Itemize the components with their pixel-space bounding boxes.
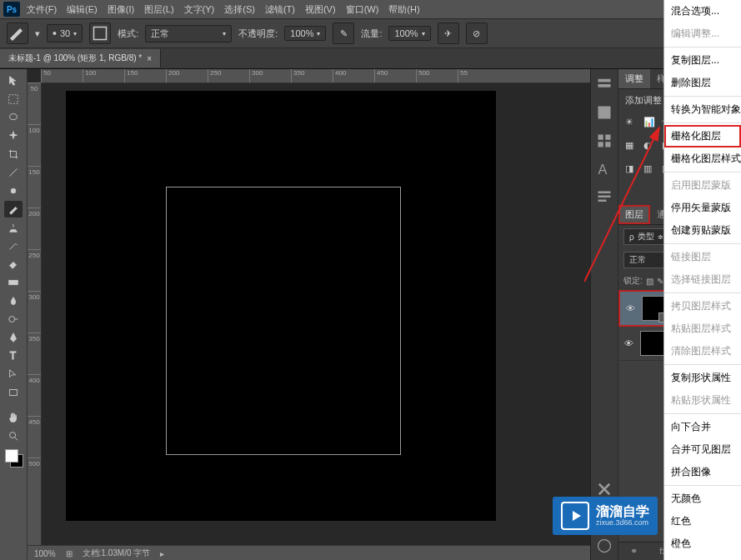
tab-adjustments[interactable]: 调整: [618, 69, 650, 88]
blur-tool[interactable]: [4, 292, 23, 309]
zoom-tool[interactable]: [4, 428, 23, 444]
document-tab-bar: 未标题-1 @ 100% (矩形 1, RGB/8) * ×: [0, 48, 741, 69]
mode-label: 模式:: [118, 28, 138, 40]
visibility-toggle-icon[interactable]: 👁: [623, 303, 637, 313]
rectangle-shape[interactable]: [166, 187, 401, 455]
eyedropper-tool[interactable]: [4, 164, 23, 181]
nav-icon[interactable]: ⊞: [66, 549, 73, 558]
brush-size-dropdown[interactable]: • 30 ▾: [47, 24, 83, 42]
brightness-icon[interactable]: ☀: [625, 117, 638, 130]
svg-text:T: T: [10, 350, 17, 362]
chevron-down-icon[interactable]: ▾: [35, 28, 40, 39]
magic-wand-tool[interactable]: [4, 128, 23, 144]
document-tab[interactable]: 未标题-1 @ 100% (矩形 1, RGB/8) * ×: [0, 49, 161, 68]
paragraph-panel-icon[interactable]: [596, 189, 613, 206]
pen-tool[interactable]: [4, 329, 23, 346]
hue-icon[interactable]: ▦: [625, 140, 638, 153]
swatches-panel-icon[interactable]: [596, 132, 613, 149]
cm-copy-shape-attrs[interactable]: 复制形状属性: [664, 367, 741, 389]
zoom-level[interactable]: 100%: [34, 549, 56, 558]
menu-layer[interactable]: 图层(L): [144, 3, 173, 16]
link-layers-icon[interactable]: ⚭: [630, 546, 642, 558]
svg-rect-4: [9, 280, 18, 284]
gradient-tool[interactable]: [4, 274, 23, 291]
cm-red[interactable]: 红色: [664, 510, 741, 532]
cm-convert-smart-object[interactable]: 转换为智能对象: [664, 98, 741, 121]
layer-thumbnail[interactable]: [640, 331, 665, 356]
hand-tool[interactable]: [4, 409, 23, 426]
visibility-toggle-icon[interactable]: 👁: [622, 338, 635, 348]
options-bar: ▾ • 30 ▾ 模式: 正常▾ 不透明度: 100%▾ ✎ 流量: 100%▾…: [0, 19, 741, 48]
document-canvas[interactable]: [66, 91, 496, 521]
lock-transparency-icon[interactable]: ▨: [646, 277, 653, 286]
cm-create-clipping-mask[interactable]: 创建剪贴蒙版: [664, 219, 741, 242]
opacity-dropdown[interactable]: 100%▾: [284, 26, 326, 41]
cm-rasterize-style[interactable]: 栅格化图层样式: [664, 148, 741, 170]
svg-rect-1: [9, 95, 18, 104]
menu-edit[interactable]: 编辑(E): [67, 3, 98, 16]
cm-flatten[interactable]: 拼合图像: [664, 461, 741, 483]
rectangle-tool[interactable]: [4, 384, 23, 401]
cm-orange[interactable]: 橙色: [664, 532, 741, 555]
opacity-label: 不透明度:: [238, 28, 278, 40]
menu-file[interactable]: 文件(F): [27, 3, 57, 16]
character-panel-icon[interactable]: A: [596, 161, 613, 178]
flow-dropdown[interactable]: 100%▾: [388, 26, 430, 41]
history-brush-tool[interactable]: [4, 238, 23, 254]
svg-point-2: [10, 114, 18, 120]
crop-tool[interactable]: [4, 146, 23, 162]
brush-tool[interactable]: [4, 201, 23, 218]
blend-mode-dropdown[interactable]: 正常▾: [145, 25, 232, 42]
cm-merge-visible[interactable]: 合并可见图层: [664, 438, 741, 461]
invert-icon[interactable]: ◨: [625, 163, 638, 177]
pressure-size-icon[interactable]: ⊘: [466, 22, 488, 44]
path-selection-tool[interactable]: [4, 366, 23, 382]
cm-purple[interactable]: 紫色: [664, 555, 741, 560]
pressure-opacity-icon[interactable]: ✎: [333, 22, 354, 44]
posterize-icon[interactable]: ▥: [643, 163, 657, 177]
menu-select[interactable]: 选择(S): [224, 3, 255, 16]
ruler-horizontal: 5010015020025030035040045050055: [41, 69, 590, 83]
cm-delete-layer[interactable]: 删除图层: [664, 72, 741, 94]
lock-pixels-icon[interactable]: ✎: [657, 277, 663, 286]
doc-info[interactable]: 文档:1.03M/0 字节: [83, 548, 151, 559]
cm-blending-options[interactable]: 混合选项...: [664, 0, 741, 22]
ruler-vertical: 50100150200250300350400450500: [28, 82, 42, 548]
type-tool[interactable]: T: [4, 348, 23, 364]
menubar: Ps 文件(F) 编辑(E) 图像(I) 图层(L) 文字(Y) 选择(S) 滤…: [0, 0, 741, 19]
menu-view[interactable]: 视图(V): [305, 3, 336, 16]
svg-rect-13: [605, 135, 610, 140]
levels-icon[interactable]: 📊: [643, 117, 657, 130]
cm-duplicate-layer[interactable]: 复制图层...: [664, 49, 741, 72]
menu-help[interactable]: 帮助(H): [388, 3, 419, 16]
balance-icon[interactable]: ◐: [643, 140, 657, 153]
marquee-tool[interactable]: [4, 91, 23, 108]
layer-filter-dropdown[interactable]: ρ 类型 ≑: [623, 228, 669, 245]
dodge-tool[interactable]: [4, 311, 23, 328]
cm-rasterize-layer[interactable]: 栅格化图层: [664, 125, 741, 148]
brush-panel-toggle-icon[interactable]: [89, 22, 111, 44]
current-tool-icon[interactable]: [7, 22, 28, 44]
menu-image[interactable]: 图像(I): [108, 3, 134, 16]
color-swatches[interactable]: [5, 449, 22, 466]
healing-brush-tool[interactable]: [4, 182, 23, 199]
cm-paste-shape-attrs: 粘贴形状属性: [664, 389, 741, 412]
cm-paste-layer-style: 粘贴图层样式: [664, 318, 741, 340]
cm-disable-vector-mask[interactable]: 停用矢量蒙版: [664, 197, 741, 219]
info-panel-icon[interactable]: [596, 538, 613, 554]
cm-merge-down[interactable]: 向下合并: [664, 416, 741, 438]
tools-panel-icon[interactable]: [596, 481, 613, 498]
airbrush-icon[interactable]: ✈: [438, 22, 459, 44]
close-tab-icon[interactable]: ×: [147, 54, 152, 63]
clone-stamp-tool[interactable]: [4, 219, 23, 236]
eraser-tool[interactable]: [4, 256, 23, 272]
menu-type[interactable]: 文字(Y): [184, 3, 215, 16]
menu-window[interactable]: 窗口(W): [346, 3, 379, 16]
move-tool[interactable]: [4, 72, 23, 89]
cm-no-color[interactable]: 无颜色: [664, 488, 741, 510]
lasso-tool[interactable]: [4, 109, 23, 126]
history-panel-icon[interactable]: [596, 76, 613, 92]
menu-filter[interactable]: 滤镜(T): [265, 3, 295, 16]
color-panel-icon[interactable]: [596, 104, 613, 121]
tab-layers[interactable]: 图层: [618, 205, 650, 224]
